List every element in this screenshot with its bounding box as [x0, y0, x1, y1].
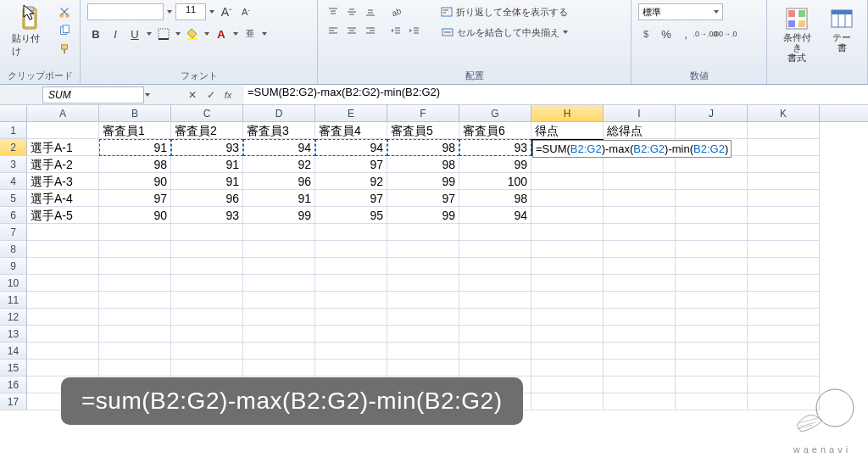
cell[interactable]: 93 — [459, 139, 531, 156]
row-header[interactable]: 15 — [0, 360, 27, 377]
align-right-button[interactable] — [362, 22, 379, 39]
cell[interactable]: 審査員5 — [387, 122, 459, 139]
cell[interactable]: 選手A-4 — [27, 190, 99, 207]
cell[interactable] — [531, 156, 604, 173]
col-header-E[interactable]: E — [315, 105, 387, 121]
row-header[interactable]: 12 — [0, 309, 27, 326]
cell[interactable] — [27, 122, 99, 139]
font-size-dropdown[interactable] — [209, 3, 215, 20]
cell[interactable]: 選手A-3 — [27, 173, 99, 190]
align-center-button[interactable] — [343, 22, 360, 39]
col-header-A[interactable]: A — [27, 105, 99, 121]
cell[interactable]: 選手A-1 — [27, 139, 99, 156]
decrease-decimal-button[interactable]: .00→.0 — [716, 25, 733, 42]
row-header[interactable]: 11 — [0, 292, 27, 309]
cell[interactable]: 98 — [99, 156, 171, 173]
col-header-K[interactable]: K — [748, 105, 820, 121]
row-header[interactable]: 13 — [0, 326, 27, 343]
row-header-6[interactable]: 6 — [0, 207, 27, 224]
comma-format-button[interactable]: , — [677, 25, 694, 42]
name-box[interactable]: SUM — [42, 86, 144, 103]
cell[interactable]: 総得点 — [604, 122, 676, 139]
cell[interactable] — [748, 173, 820, 190]
formula-input[interactable]: =SUM(B2:G2)-max(B2:G2)-min(B2:G2) — [244, 86, 868, 104]
cell[interactable]: 97 — [99, 190, 171, 207]
format-painter-button[interactable] — [56, 41, 73, 58]
cut-button[interactable] — [56, 3, 73, 20]
font-name-select[interactable] — [87, 3, 164, 20]
cell[interactable]: 100 — [459, 173, 531, 190]
cell[interactable]: 98 — [387, 156, 459, 173]
row-header-5[interactable]: 5 — [0, 190, 27, 207]
cell[interactable]: 99 — [387, 207, 459, 224]
paste-button[interactable]: 貼り付け — [7, 3, 53, 59]
orientation-button[interactable]: ab — [387, 3, 404, 20]
cell[interactable] — [531, 190, 604, 207]
align-left-button[interactable] — [325, 22, 342, 39]
cell[interactable]: 97 — [315, 190, 387, 207]
name-box-dropdown[interactable] — [144, 86, 151, 103]
col-header-I[interactable]: I — [604, 105, 676, 121]
cell[interactable] — [676, 122, 748, 139]
cell[interactable] — [676, 156, 748, 173]
cell[interactable] — [604, 173, 676, 190]
cell[interactable]: 99 — [387, 173, 459, 190]
col-header-C[interactable]: C — [171, 105, 243, 121]
italic-button[interactable]: I — [107, 25, 124, 42]
increase-decimal-button[interactable]: .0→.00 — [697, 25, 714, 42]
cell[interactable] — [748, 139, 820, 156]
col-header-J[interactable]: J — [676, 105, 748, 121]
cell[interactable]: 94 — [243, 139, 315, 156]
row-header[interactable]: 9 — [0, 258, 27, 275]
cell[interactable]: 審査員1 — [99, 122, 171, 139]
cell[interactable] — [604, 207, 676, 224]
col-header-B[interactable]: B — [99, 105, 171, 121]
cell[interactable]: 91 — [171, 156, 243, 173]
cell[interactable]: 審査員2 — [171, 122, 243, 139]
cell[interactable]: 99 — [243, 207, 315, 224]
cell[interactable]: 審査員4 — [315, 122, 387, 139]
underline-dropdown[interactable] — [146, 25, 153, 42]
cell[interactable]: 94 — [459, 207, 531, 224]
border-button[interactable] — [155, 25, 172, 42]
conditional-formatting-button[interactable]: 条件付き 書式 — [774, 3, 820, 64]
phonetic-dropdown[interactable] — [261, 25, 268, 42]
accounting-format-button[interactable]: $ — [638, 25, 655, 42]
align-bottom-button[interactable] — [362, 3, 379, 20]
underline-button[interactable]: U — [126, 25, 143, 42]
cell[interactable] — [676, 173, 748, 190]
row-header[interactable]: 17 — [0, 393, 27, 410]
row-header-3[interactable]: 3 — [0, 156, 27, 173]
cell[interactable]: 91 — [243, 190, 315, 207]
cell[interactable] — [531, 173, 604, 190]
row-header-4[interactable]: 4 — [0, 173, 27, 190]
cell[interactable] — [748, 190, 820, 207]
font-color-dropdown[interactable] — [232, 25, 239, 42]
cell[interactable]: 92 — [243, 156, 315, 173]
cell[interactable] — [676, 207, 748, 224]
cell[interactable] — [748, 156, 820, 173]
col-header-G[interactable]: G — [459, 105, 531, 121]
font-name-dropdown[interactable] — [166, 3, 173, 20]
merge-center-button[interactable]: セルを結合して中央揃え — [435, 24, 574, 41]
row-header-2[interactable]: 2 — [0, 139, 27, 156]
cell[interactable] — [748, 207, 820, 224]
fill-color-button[interactable] — [184, 25, 201, 42]
cell[interactable]: 97 — [315, 156, 387, 173]
row-header-1[interactable]: 1 — [0, 122, 27, 139]
cell[interactable]: 得点 — [531, 122, 604, 139]
cell[interactable]: 96 — [171, 190, 243, 207]
cell[interactable]: 91 — [171, 173, 243, 190]
copy-button[interactable] — [56, 22, 73, 39]
align-middle-button[interactable] — [343, 3, 360, 20]
cell[interactable]: 選手A-2 — [27, 156, 99, 173]
cell[interactable]: 92 — [315, 173, 387, 190]
cell[interactable]: 93 — [171, 139, 243, 156]
cell[interactable]: 97 — [387, 190, 459, 207]
cell[interactable]: 95 — [315, 207, 387, 224]
increase-indent-button[interactable] — [406, 22, 423, 39]
col-header-H[interactable]: H — [531, 105, 604, 121]
phonetic-button[interactable]: 亜 — [242, 25, 259, 42]
cell[interactable] — [604, 156, 676, 173]
col-header-F[interactable]: F — [387, 105, 459, 121]
